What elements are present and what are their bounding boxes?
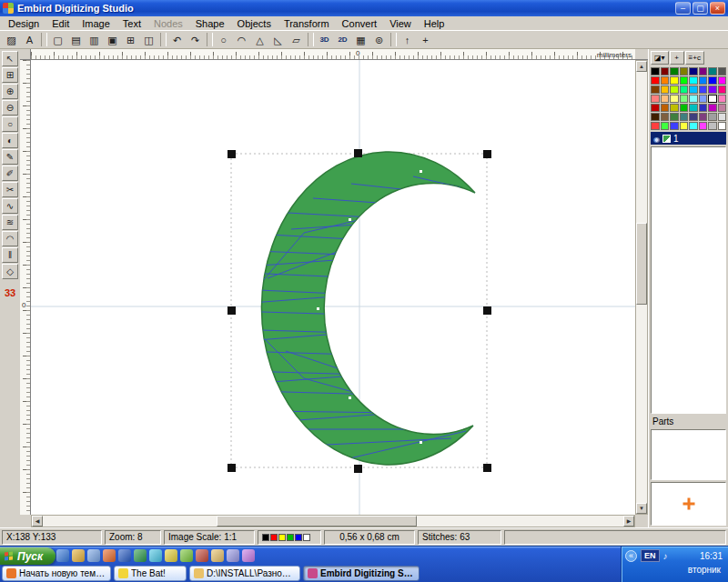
palette-swatch[interactable] (708, 122, 717, 130)
menu-item-edit[interactable]: Edit (46, 17, 76, 30)
start-button[interactable]: Пуск (0, 547, 56, 565)
palette-swatch[interactable] (689, 122, 698, 130)
ql-mail-icon[interactable] (196, 549, 208, 562)
knife-tool[interactable]: ✂ (2, 182, 18, 197)
horizontal-scroll-thumb[interactable] (217, 516, 417, 527)
palette-swatch[interactable] (699, 122, 708, 130)
palette-swatch[interactable] (670, 122, 679, 130)
menu-item-image[interactable]: Image (76, 17, 116, 30)
palette-swatch[interactable] (651, 95, 660, 103)
palette-swatch[interactable] (680, 113, 689, 121)
design-canvas[interactable] (31, 60, 635, 515)
ql-notepad-icon[interactable] (227, 549, 239, 562)
palette-swatch[interactable] (699, 85, 708, 94)
move-up-button[interactable]: ↑ (399, 32, 416, 47)
ql-paint-icon[interactable] (242, 549, 255, 562)
menu-item-objects[interactable]: Objects (231, 17, 278, 30)
palette-swatch[interactable] (680, 85, 689, 94)
chart-button[interactable]: ▱ (288, 32, 305, 47)
palette-swatch[interactable] (670, 95, 679, 103)
center-crosshair-button[interactable]: + (417, 32, 434, 47)
palette-swatch[interactable] (680, 67, 689, 75)
vertical-scrollbar[interactable]: ▲ ▼ (635, 60, 648, 515)
grid-button[interactable]: ▦ (352, 32, 369, 47)
horizontal-scroll-track[interactable] (43, 516, 623, 527)
palette-swatch[interactable] (670, 113, 679, 121)
print-button[interactable]: ⊞ (122, 32, 139, 47)
palette-swatch[interactable] (670, 67, 679, 75)
scroll-up-arrow[interactable]: ▲ (636, 61, 647, 72)
vertical-scroll-thumb[interactable] (636, 223, 647, 305)
palette-swatch[interactable] (689, 95, 698, 103)
outline-tool[interactable]: ◇ (2, 264, 18, 279)
taskbar-task-3[interactable]: D:\INSTALL\Разное\Embird (189, 566, 300, 581)
palette-swatch[interactable] (670, 104, 679, 112)
palette-style-dropdown[interactable]: ◪▾ (651, 51, 669, 65)
ql-messenger-icon[interactable] (180, 549, 193, 562)
save-button[interactable]: ▣ (104, 32, 121, 47)
language-indicator[interactable]: EN (641, 549, 660, 562)
redo-button[interactable]: ↷ (187, 32, 204, 47)
selection-handle[interactable] (354, 149, 362, 157)
triangle-tool-button[interactable]: △ (251, 32, 268, 47)
options-button[interactable]: ⊚ (370, 32, 388, 47)
palette-swatch[interactable] (661, 85, 670, 94)
selection-handle[interactable] (483, 150, 491, 158)
palette-catalog-button[interactable]: ≡+c (685, 51, 704, 65)
ql-folder-icon[interactable] (211, 549, 224, 562)
palette-swatch[interactable] (651, 113, 660, 121)
copy-button[interactable]: ◫ (140, 32, 157, 47)
menu-item-view[interactable]: View (383, 17, 418, 30)
menu-item-design[interactable]: Design (2, 17, 46, 30)
palette-swatch[interactable] (661, 113, 670, 121)
undo-button[interactable]: ↶ (168, 32, 186, 47)
measure-button[interactable]: ◺ (269, 32, 287, 47)
palette-swatch[interactable] (708, 85, 717, 94)
palette-swatch[interactable] (708, 95, 717, 103)
selection-handle[interactable] (483, 306, 491, 315)
palette-swatch[interactable] (651, 67, 660, 75)
ellipse-tool-button[interactable]: ○ (215, 32, 232, 47)
scroll-down-arrow[interactable]: ▼ (636, 503, 647, 514)
palette-swatch[interactable] (689, 85, 698, 94)
taskbar-task-4[interactable]: Embird Digitizing Stud... (303, 566, 420, 581)
node-edit-tool[interactable]: ⊞ (2, 67, 18, 83)
taskbar-task-2[interactable]: The Bat! (114, 566, 187, 581)
palette-swatch[interactable] (689, 113, 698, 121)
pattern-button[interactable]: ▨ (3, 32, 20, 47)
view-3d-button[interactable]: 3D (316, 32, 333, 47)
palette-swatch[interactable] (718, 67, 727, 75)
palette-swatch[interactable] (680, 76, 689, 85)
palette-swatch[interactable] (670, 85, 679, 94)
palette-swatch[interactable] (699, 113, 708, 121)
arc-tool[interactable]: ◠ (2, 231, 18, 246)
pencil-tool[interactable]: ✐ (2, 166, 18, 181)
selection-handle[interactable] (228, 306, 236, 315)
palette-swatch[interactable] (661, 104, 670, 112)
selection-handle[interactable] (228, 464, 236, 472)
ql-internet-explorer-icon[interactable] (56, 549, 69, 562)
close-button[interactable]: × (710, 2, 725, 15)
palette-swatch[interactable] (651, 85, 660, 94)
volume-icon[interactable] (663, 550, 668, 561)
palette-swatch[interactable] (661, 76, 670, 85)
new-button[interactable]: ▢ (49, 32, 66, 47)
ql-word-icon[interactable] (118, 549, 131, 562)
palette-swatch[interactable] (689, 76, 698, 85)
scroll-left-arrow[interactable]: ◀ (32, 516, 43, 527)
menu-item-shape[interactable]: Shape (189, 17, 231, 30)
circle-tool[interactable]: ○ (2, 116, 18, 132)
ql-show-desktop-icon[interactable] (87, 549, 100, 562)
palette-add-button[interactable]: + (670, 51, 684, 65)
palette-swatch[interactable] (661, 95, 670, 103)
layer-row[interactable]: 1 (651, 132, 726, 145)
folder-button[interactable]: ▥ (86, 32, 103, 47)
menu-item-transform[interactable]: Transform (278, 17, 336, 30)
palette-swatch[interactable] (651, 104, 660, 112)
palette-swatch[interactable] (689, 67, 698, 75)
palette-swatch[interactable] (699, 95, 708, 103)
palette-swatch[interactable] (718, 113, 727, 121)
ql-winamp-icon[interactable] (165, 549, 177, 562)
ql-excel-icon[interactable] (134, 549, 147, 562)
objects-list[interactable] (651, 146, 726, 414)
